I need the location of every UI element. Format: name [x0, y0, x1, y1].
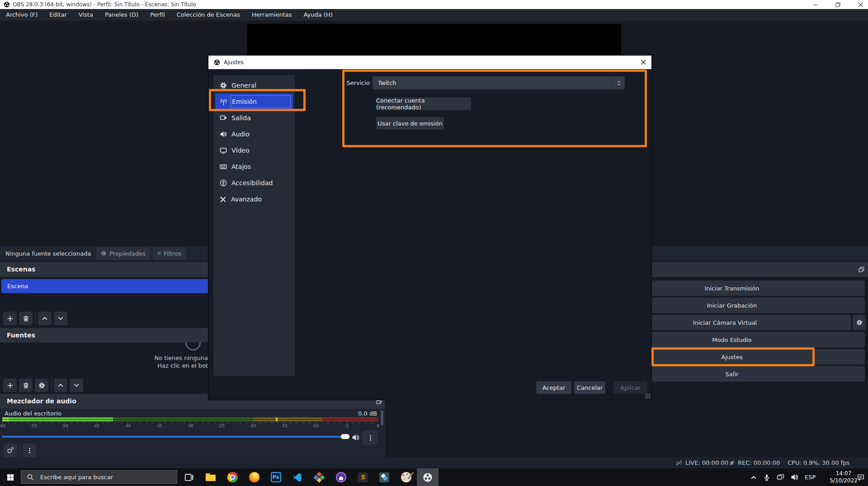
obs-window: OBS 28.0.3 (64-bit, windows) - Perfil: S… [0, 0, 868, 486]
task-view-icon [184, 472, 194, 482]
live-time: LIVE: 00:00:00 [685, 459, 728, 466]
output-icon [220, 114, 227, 122]
shapes-app-button[interactable] [308, 468, 330, 486]
keyboard-icon [220, 163, 227, 170]
menu-vista[interactable]: Vista [73, 9, 99, 21]
tab-atajos[interactable]: Atajos [215, 159, 293, 175]
chrome-button[interactable] [222, 468, 243, 486]
restore-button[interactable] [827, 0, 848, 9]
github-desktop-icon [336, 472, 346, 482]
mixer-track-name: Audio del escritorio [5, 410, 61, 417]
live-icon [675, 459, 683, 467]
annotation-emision-tab [209, 89, 306, 111]
search-input[interactable] [39, 473, 150, 481]
scene-down-button[interactable] [54, 312, 67, 325]
mute-speaker-icon[interactable] [352, 434, 359, 441]
meter-scale-label: -60 [0, 424, 5, 428]
peak-indicator [276, 417, 278, 421]
meter-scale-label: -45 [93, 424, 99, 428]
menu-herramientas[interactable]: Herramientas [246, 9, 298, 21]
add-source-button[interactable] [3, 379, 17, 392]
tab-avanzado[interactable]: Avanzado [215, 191, 293, 207]
microphone-icon[interactable] [763, 474, 770, 481]
source-down-button[interactable] [70, 379, 83, 392]
volume-slider-track[interactable] [2, 436, 342, 438]
divider [35, 313, 36, 324]
os-titlebar: OBS 28.0.3 (64-bit, windows) - Perfil: S… [0, 0, 868, 9]
tab-label: Accesibilidad [231, 179, 273, 187]
obs-taskbar-button[interactable] [417, 468, 439, 486]
firefox-button[interactable] [243, 468, 265, 486]
source-properties-button[interactable] [35, 379, 48, 392]
mixer-options-button[interactable] [23, 444, 36, 457]
menu-paneles[interactable]: Paneles (D) [99, 9, 144, 21]
start-virtual-camera-label: Iniciar Cámara Virtual [693, 319, 757, 326]
tools-icon [220, 196, 226, 203]
volume-slider-handle[interactable] [341, 434, 349, 439]
volume-icon[interactable] [791, 473, 798, 481]
tab-accesibilidad[interactable]: Accesibilidad [215, 175, 293, 191]
tab-salida[interactable]: Salida [215, 110, 293, 126]
shapes-icon [314, 472, 324, 482]
taskbar-search[interactable] [21, 470, 177, 484]
notification-icon [857, 473, 865, 481]
virtual-camera-config-button[interactable] [853, 315, 866, 330]
sources-empty-message: No tienes ninguna Haz clic en el bot [155, 354, 208, 369]
source-up-button[interactable] [54, 379, 67, 392]
language-indicator[interactable]: ESP [805, 474, 816, 481]
close-button[interactable] [850, 0, 868, 9]
properties-button[interactable]: Propiedades [96, 247, 150, 260]
apply-button[interactable]: Aplicar [613, 381, 647, 394]
file-explorer-button[interactable] [200, 468, 222, 486]
start-button[interactable] [0, 468, 21, 486]
accept-button[interactable]: Aceptar [536, 381, 571, 394]
chrome-icon [227, 472, 238, 482]
mixer-scrollbar[interactable] [381, 410, 383, 425]
dialog-titlebar[interactable]: Ajustes [208, 56, 651, 69]
menu-ayuda[interactable]: Ayuda (H) [298, 9, 339, 21]
accessibility-icon [220, 179, 227, 187]
menu-archivo[interactable]: Archivo (F) [0, 9, 43, 21]
photoshop-button[interactable]: Ps [265, 468, 287, 486]
minimize-button[interactable] [805, 0, 826, 9]
palette-app-button[interactable] [395, 468, 417, 486]
filters-button[interactable]: Filtros [153, 247, 186, 260]
studio-mode-label: Modo Estudio [712, 336, 752, 343]
github-desktop-button[interactable] [330, 468, 352, 486]
vscode-button[interactable] [287, 468, 308, 486]
menu-perfil[interactable]: Perfil [144, 9, 171, 21]
scene-up-button[interactable] [38, 312, 52, 325]
obs-logo-icon [214, 59, 220, 65]
filter-icon [157, 250, 160, 257]
popout-icon[interactable] [858, 266, 865, 273]
network-icon[interactable] [777, 473, 784, 481]
resize-grip[interactable] [645, 393, 650, 398]
cpu-text: CPU: 0.9%, 30.00 fps [788, 459, 849, 466]
audio-level-meter [2, 417, 378, 421]
tab-label: General [231, 82, 256, 89]
annotation-service-section [342, 70, 647, 147]
track-options-button[interactable] [363, 430, 378, 445]
task-view-button[interactable] [178, 468, 200, 486]
action-center-button[interactable] [854, 468, 868, 486]
tray-chevron-up-icon[interactable] [750, 474, 757, 481]
advanced-audio-button[interactable] [4, 444, 17, 457]
filters-label: Filtros [164, 250, 181, 257]
remove-scene-button[interactable] [19, 312, 33, 325]
remove-source-button[interactable] [19, 379, 33, 392]
menu-editar[interactable]: Editar [43, 9, 73, 21]
scene-name: Escena [7, 283, 28, 290]
meter-scale-label: -5 [344, 424, 349, 428]
paint3d-button[interactable] [373, 468, 395, 486]
exit-label: Salir [726, 371, 739, 378]
divider [52, 380, 52, 391]
menu-coleccion-escenas[interactable]: Colección de Escenas [171, 9, 246, 21]
tab-video[interactable]: Vídeo [215, 142, 293, 159]
sublime-button[interactable]: S [352, 468, 373, 486]
add-scene-button[interactable] [3, 312, 17, 325]
tab-label: Atajos [231, 163, 251, 170]
gear-icon [220, 82, 227, 89]
dialog-close-icon[interactable] [640, 59, 647, 66]
cancel-button[interactable]: Cancelar [574, 381, 605, 394]
tab-audio[interactable]: Audio [215, 126, 293, 142]
